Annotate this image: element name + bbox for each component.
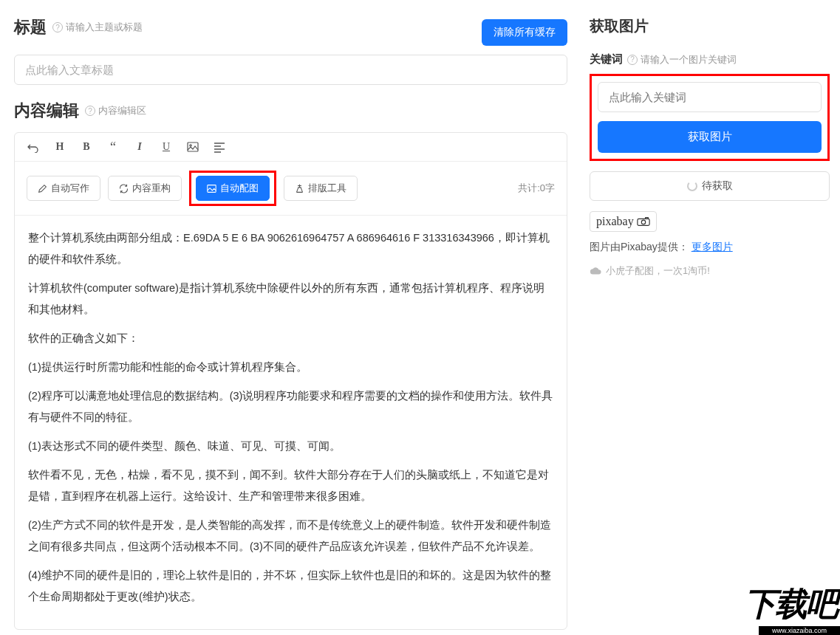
pixabay-badge: pixabay [590,211,657,232]
camera-icon [637,216,650,227]
svg-rect-0 [188,143,198,151]
photo-icon [207,184,216,193]
svg-point-1 [190,145,191,146]
paragraph: (2)生产方式不同的软件是开发，是人类智能的高发挥，而不是传统意义上的硬件制造。… [28,515,553,557]
refresh-icon [119,184,129,193]
word-count: 共计:0字 [518,182,555,195]
more-images-link[interactable]: 更多图片 [692,241,733,253]
pencil-icon [38,184,47,193]
image-icon[interactable] [186,140,199,154]
bold-icon[interactable]: B [80,140,93,154]
paragraph: (4)维护不同的硬件是旧的，理论上软件是旧的，并不坏，但实际上软件也是旧的和坏的… [28,565,553,608]
image-sidebar: 获取图片 关键词 ? 请输入一个图片关键词 获取图片 待获取 pixabay 图… [578,0,840,635]
sidebar-title: 获取图片 [590,16,830,36]
editor-box: H B “ I U 自动写作 内容重构 [14,132,567,630]
undo-icon[interactable] [27,140,40,154]
watermark-logo: 下载吧 [744,583,837,626]
editor-content[interactable]: 整个计算机系统由两部分组成：E.69DA 5 E 6 BA 9062616964… [15,216,567,629]
paragraph: 整个计算机系统由两部分组成：E.69DA 5 E 6 BA 9062616964… [28,227,553,270]
fetch-status-button[interactable]: 待获取 [590,171,830,201]
paragraph: 计算机软件(computer software)是指计算机系统中除硬件以外的所有… [28,278,553,320]
highlight-autoimage: 自动配图 [189,171,276,206]
paragraph: (2)程序可以满意地处理信息的数据结构。(3)说明程序功能要求和程序需要的文档的… [28,385,553,428]
main-column: 标题 ? 请输入主题或标题 清除所有缓存 内容编辑 ? 内容编辑区 H B [0,0,578,635]
auto-image-button[interactable]: 自动配图 [196,176,270,201]
article-title-input[interactable] [14,55,567,85]
content-label: 内容编辑 [14,100,79,122]
heading-icon[interactable]: H [53,140,66,154]
tip-row: 小虎子配图，一次1淘币! [590,264,830,278]
image-credit: 图片由Pixabay提供： 更多图片 [590,241,830,254]
layout-icon [295,184,304,193]
paragraph: 软件的正确含义如下： [28,328,553,349]
fetch-image-button[interactable]: 获取图片 [598,121,822,153]
italic-icon[interactable]: I [133,140,146,154]
quote-icon[interactable]: “ [106,140,120,154]
keyword-label: 关键词 [590,52,623,66]
paragraph: 软件看不见，无色，枯燥，看不见，摸不到，闻不到。软件大部分存在于人们的头脑或纸上… [28,464,553,507]
title-header-row: 标题 ? 请输入主题或标题 清除所有缓存 [14,16,567,49]
svg-rect-9 [645,218,648,219]
keyword-input[interactable] [598,82,822,112]
highlight-keyword-box: 获取图片 [590,74,830,161]
content-hint: ? 内容编辑区 [85,104,146,117]
format-toolbar: H B “ I U [15,133,567,162]
paragraph: (1)表达形式不同的硬件类型、颜色、味道、可见、可摸、可闻。 [28,436,553,457]
title-hint: ? 请输入主题或标题 [52,21,143,34]
paragraph: (1)提供运行时所需功能和性能的命令或计算机程序集合。 [28,357,553,378]
help-icon: ? [52,22,63,32]
restructure-button[interactable]: 内容重构 [108,176,182,201]
content-header: 内容编辑 ? 内容编辑区 [14,100,578,122]
spinner-icon [687,181,697,191]
help-icon: ? [627,55,638,65]
auto-write-button[interactable]: 自动写作 [27,176,100,201]
layout-tool-button[interactable]: 排版工具 [284,176,358,201]
title-label: 标题 [14,16,47,38]
action-toolbar: 自动写作 内容重构 自动配图 排版工具 共计:0字 [15,162,567,216]
underline-icon[interactable]: U [160,140,173,154]
watermark-url: www.xiazaiba.com [759,626,840,635]
cloud-icon [590,267,601,275]
help-icon: ? [85,106,95,116]
svg-point-8 [641,220,645,224]
align-icon[interactable] [213,140,226,154]
keyword-hint: ? 请输入一个图片关键词 [627,53,737,66]
clear-cache-button[interactable]: 清除所有缓存 [482,19,567,46]
